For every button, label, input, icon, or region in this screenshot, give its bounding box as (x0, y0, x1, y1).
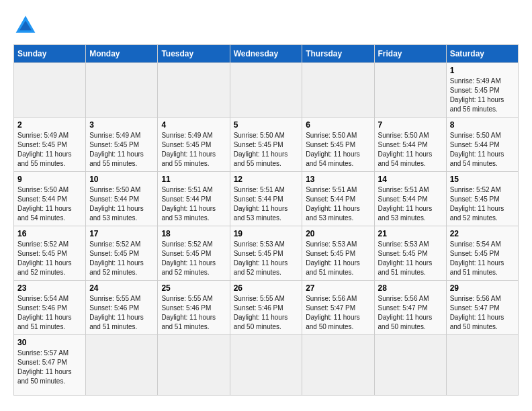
day-number: 4 (161, 120, 226, 130)
day-info: Sunrise: 5:49 AM Sunset: 5:45 PM Dayligh… (89, 131, 154, 169)
calendar-cell: 12Sunrise: 5:51 AM Sunset: 5:44 PM Dayli… (230, 172, 302, 226)
day-info: Sunrise: 5:49 AM Sunset: 5:45 PM Dayligh… (161, 131, 226, 169)
calendar-cell: 25Sunrise: 5:55 AM Sunset: 5:46 PM Dayli… (158, 281, 230, 335)
calendar-cell: 16Sunrise: 5:52 AM Sunset: 5:45 PM Dayli… (14, 226, 86, 281)
calendar-week-row: 30Sunrise: 5:57 AM Sunset: 5:47 PM Dayli… (14, 335, 519, 396)
calendar-cell (86, 335, 158, 396)
calendar-cell: 20Sunrise: 5:53 AM Sunset: 5:45 PM Dayli… (302, 226, 374, 281)
weekday-header-tuesday: Tuesday (158, 45, 230, 63)
calendar-cell: 6Sunrise: 5:50 AM Sunset: 5:45 PM Daylig… (302, 118, 374, 172)
weekday-header-monday: Monday (86, 45, 158, 63)
day-info: Sunrise: 5:51 AM Sunset: 5:44 PM Dayligh… (306, 185, 370, 223)
calendar-cell (374, 335, 446, 396)
calendar-cell: 10Sunrise: 5:50 AM Sunset: 5:44 PM Dayli… (86, 172, 158, 226)
calendar-cell: 24Sunrise: 5:55 AM Sunset: 5:46 PM Dayli… (86, 281, 158, 335)
day-number: 14 (378, 175, 443, 184)
day-info: Sunrise: 5:56 AM Sunset: 5:47 PM Dayligh… (306, 294, 370, 332)
day-number: 17 (89, 229, 154, 238)
day-info: Sunrise: 5:49 AM Sunset: 5:45 PM Dayligh… (17, 131, 82, 169)
day-number: 13 (306, 175, 370, 184)
day-number: 19 (234, 229, 299, 238)
day-info: Sunrise: 5:55 AM Sunset: 5:46 PM Dayligh… (89, 294, 154, 332)
day-number: 21 (378, 229, 443, 238)
day-number: 24 (89, 283, 154, 293)
calendar-cell: 1Sunrise: 5:49 AM Sunset: 5:45 PM Daylig… (446, 63, 518, 118)
day-number: 18 (161, 229, 226, 238)
calendar-cell (230, 63, 302, 118)
day-info: Sunrise: 5:55 AM Sunset: 5:46 PM Dayligh… (161, 294, 226, 332)
calendar-cell: 7Sunrise: 5:50 AM Sunset: 5:44 PM Daylig… (374, 118, 446, 172)
day-info: Sunrise: 5:56 AM Sunset: 5:47 PM Dayligh… (378, 294, 443, 332)
day-number: 9 (17, 175, 82, 184)
calendar-cell: 29Sunrise: 5:56 AM Sunset: 5:47 PM Dayli… (446, 281, 518, 335)
calendar-cell (14, 63, 86, 118)
day-info: Sunrise: 5:52 AM Sunset: 5:45 PM Dayligh… (450, 185, 515, 223)
weekday-header-saturday: Saturday (446, 45, 518, 63)
day-info: Sunrise: 5:50 AM Sunset: 5:44 PM Dayligh… (378, 131, 443, 169)
calendar-week-row: 9Sunrise: 5:50 AM Sunset: 5:44 PM Daylig… (14, 172, 519, 226)
calendar-cell: 19Sunrise: 5:53 AM Sunset: 5:45 PM Dayli… (230, 226, 302, 281)
day-number: 28 (378, 283, 443, 293)
calendar-cell (158, 335, 230, 396)
calendar-cell: 21Sunrise: 5:53 AM Sunset: 5:45 PM Dayli… (374, 226, 446, 281)
day-info: Sunrise: 5:53 AM Sunset: 5:45 PM Dayligh… (306, 240, 370, 277)
calendar-cell: 15Sunrise: 5:52 AM Sunset: 5:45 PM Dayli… (446, 172, 518, 226)
day-info: Sunrise: 5:51 AM Sunset: 5:44 PM Dayligh… (161, 185, 226, 223)
weekday-header-friday: Friday (374, 45, 446, 63)
day-info: Sunrise: 5:55 AM Sunset: 5:46 PM Dayligh… (234, 294, 299, 332)
weekday-header-wednesday: Wednesday (230, 45, 302, 63)
day-number: 16 (17, 229, 82, 238)
weekday-header-thursday: Thursday (302, 45, 374, 63)
calendar-table: SundayMondayTuesdayWednesdayThursdayFrid… (13, 44, 519, 396)
day-number: 3 (89, 120, 154, 130)
day-number: 12 (234, 175, 299, 184)
calendar-cell (374, 63, 446, 118)
day-info: Sunrise: 5:52 AM Sunset: 5:45 PM Dayligh… (89, 240, 154, 277)
day-number: 8 (450, 120, 515, 130)
calendar-cell: 28Sunrise: 5:56 AM Sunset: 5:47 PM Dayli… (374, 281, 446, 335)
calendar-cell: 2Sunrise: 5:49 AM Sunset: 5:45 PM Daylig… (14, 118, 86, 172)
calendar-week-row: 1Sunrise: 5:49 AM Sunset: 5:45 PM Daylig… (14, 63, 519, 118)
calendar-week-row: 23Sunrise: 5:54 AM Sunset: 5:46 PM Dayli… (14, 281, 519, 335)
day-info: Sunrise: 5:56 AM Sunset: 5:47 PM Dayligh… (450, 294, 515, 332)
day-number: 27 (306, 283, 370, 293)
day-info: Sunrise: 5:54 AM Sunset: 5:45 PM Dayligh… (450, 240, 515, 277)
calendar-cell (158, 63, 230, 118)
day-number: 10 (89, 175, 154, 184)
day-info: Sunrise: 5:50 AM Sunset: 5:45 PM Dayligh… (234, 131, 299, 169)
logo-icon (13, 13, 38, 38)
day-info: Sunrise: 5:51 AM Sunset: 5:44 PM Dayligh… (378, 185, 443, 223)
calendar-cell (446, 335, 518, 396)
calendar-cell (302, 335, 374, 396)
day-info: Sunrise: 5:50 AM Sunset: 5:45 PM Dayligh… (306, 131, 370, 169)
day-number: 15 (450, 175, 515, 184)
day-number: 25 (161, 283, 226, 293)
day-info: Sunrise: 5:57 AM Sunset: 5:47 PM Dayligh… (17, 349, 82, 386)
calendar-cell: 17Sunrise: 5:52 AM Sunset: 5:45 PM Dayli… (86, 226, 158, 281)
day-info: Sunrise: 5:49 AM Sunset: 5:45 PM Dayligh… (450, 77, 515, 114)
calendar-cell (230, 335, 302, 396)
calendar-cell: 13Sunrise: 5:51 AM Sunset: 5:44 PM Dayli… (302, 172, 374, 226)
day-number: 5 (234, 120, 299, 130)
calendar-cell: 30Sunrise: 5:57 AM Sunset: 5:47 PM Dayli… (14, 335, 86, 396)
day-info: Sunrise: 5:54 AM Sunset: 5:46 PM Dayligh… (17, 294, 82, 332)
day-number: 2 (17, 120, 82, 130)
calendar-cell: 4Sunrise: 5:49 AM Sunset: 5:45 PM Daylig… (158, 118, 230, 172)
calendar-cell: 22Sunrise: 5:54 AM Sunset: 5:45 PM Dayli… (446, 226, 518, 281)
day-info: Sunrise: 5:51 AM Sunset: 5:44 PM Dayligh… (234, 185, 299, 223)
weekday-header-sunday: Sunday (14, 45, 86, 63)
calendar-cell: 18Sunrise: 5:52 AM Sunset: 5:45 PM Dayli… (158, 226, 230, 281)
calendar-cell: 9Sunrise: 5:50 AM Sunset: 5:44 PM Daylig… (14, 172, 86, 226)
day-number: 30 (17, 338, 82, 347)
calendar-cell: 26Sunrise: 5:55 AM Sunset: 5:46 PM Dayli… (230, 281, 302, 335)
day-number: 7 (378, 120, 443, 130)
day-number: 23 (17, 283, 82, 293)
day-number: 22 (450, 229, 515, 238)
page-header (13, 13, 519, 38)
calendar-cell: 5Sunrise: 5:50 AM Sunset: 5:45 PM Daylig… (230, 118, 302, 172)
calendar-cell: 14Sunrise: 5:51 AM Sunset: 5:44 PM Dayli… (374, 172, 446, 226)
day-number: 6 (306, 120, 370, 130)
day-info: Sunrise: 5:53 AM Sunset: 5:45 PM Dayligh… (234, 240, 299, 277)
day-number: 29 (450, 283, 515, 293)
calendar-cell (86, 63, 158, 118)
